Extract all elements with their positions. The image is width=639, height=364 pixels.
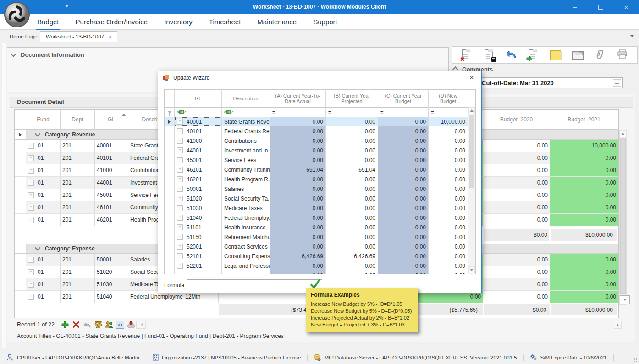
- cell-b2020[interactable]: 0.00: [483, 254, 550, 266]
- cell-gl[interactable]: +50001: [175, 184, 222, 194]
- row-indicator[interactable]: [165, 242, 175, 251]
- cell-description[interactable]: Social Security Ta...: [222, 194, 270, 203]
- wizard-column-header[interactable]: (D) New Budget: [429, 90, 468, 107]
- menu-item-purchase-order-invoice[interactable]: Purchase Order/Invoice: [75, 15, 149, 28]
- column-header-dept[interactable]: Dept: [61, 110, 95, 129]
- cell-gl[interactable]: +51040: [175, 213, 222, 223]
- column-header-gl[interactable]: GL: [95, 110, 128, 129]
- cell-projected[interactable]: 0.00: [326, 174, 378, 184]
- expand-icon[interactable]: +: [177, 196, 183, 201]
- cell-new-budget[interactable]: 0.00: [429, 232, 468, 242]
- cell-current-budget[interactable]: 0.00: [378, 242, 429, 251]
- import-icon[interactable]: [127, 321, 135, 329]
- cell-description[interactable]: Retirement Matchi...: [222, 232, 270, 242]
- cell-current-budget[interactable]: 0.00: [378, 165, 429, 174]
- cell-ytd-actual[interactable]: 0.00: [270, 126, 326, 136]
- cell-b2021[interactable]: 10,000.00: [550, 140, 618, 152]
- record-prev-icon[interactable]: [138, 321, 146, 329]
- cell-description[interactable]: Legal and Professi...: [222, 261, 270, 271]
- cutoff-notes-button[interactable]: [613, 79, 621, 87]
- cell-new-budget[interactable]: 0.00: [429, 184, 468, 194]
- filter-numeric-cell[interactable]: =: [270, 107, 326, 117]
- tab-close-icon[interactable]: ×: [109, 34, 111, 39]
- update-wizard-titlebar[interactable]: Update Wizard: [158, 71, 481, 85]
- cell-fund[interactable]: +01: [26, 266, 61, 278]
- cell-projected[interactable]: 0.00: [326, 271, 378, 274]
- row-indicator[interactable]: [165, 213, 175, 223]
- cell-fund[interactable]: +01: [26, 278, 61, 290]
- cell-new-budget[interactable]: 0.00: [429, 242, 468, 251]
- cell-gl[interactable]: 46201: [95, 214, 128, 226]
- cell-b2020[interactable]: 0.00: [483, 164, 550, 176]
- expand-icon[interactable]: +: [177, 186, 183, 192]
- cell-dept[interactable]: 201: [61, 266, 95, 278]
- cell-current-budget[interactable]: 0.00: [378, 155, 429, 165]
- expand-icon[interactable]: +: [177, 128, 183, 134]
- cell-projected[interactable]: 0.00: [326, 126, 378, 136]
- row-indicator[interactable]: [15, 254, 26, 266]
- cell-gl[interactable]: +52201: [175, 261, 222, 271]
- cell-new-budget[interactable]: 0.00: [429, 155, 468, 165]
- expand-icon[interactable]: +: [28, 217, 34, 223]
- vscroll-thumb[interactable]: [469, 115, 474, 188]
- cell-gl[interactable]: +51101: [175, 223, 222, 232]
- cell-description[interactable]: Contract Services: [222, 242, 270, 251]
- collapsed-nav-splitter[interactable]: [2, 43, 6, 348]
- app-menu-caret-icon[interactable]: [65, 5, 69, 7]
- wizard-column-header[interactable]: GL: [175, 90, 222, 107]
- cell-ytd-actual[interactable]: 0.00: [270, 194, 326, 203]
- cell-gl[interactable]: +51030: [175, 203, 222, 213]
- cell-projected[interactable]: 0.00: [326, 194, 378, 203]
- cell-b2021[interactable]: 0.00: [550, 214, 618, 226]
- app-logo-icon[interactable]: [4, 1, 30, 28]
- cell-new-budget[interactable]: 0.00: [429, 194, 468, 203]
- filter-numeric-cell[interactable]: =: [326, 107, 378, 117]
- cell-dept[interactable]: 201: [61, 254, 95, 266]
- cell-gl[interactable]: 40001: [95, 140, 128, 152]
- add-icon[interactable]: [61, 321, 69, 329]
- filter-text-cell[interactable]: aBc: [175, 107, 222, 117]
- year-cutoff-field[interactable]: Year Cut-off-Date: Mar 31 2020: [459, 77, 623, 88]
- expand-icon[interactable]: +: [177, 234, 183, 240]
- cell-dept[interactable]: 201: [61, 278, 95, 290]
- cell-b2021[interactable]: 0.00: [550, 254, 618, 266]
- expand-icon[interactable]: +: [28, 257, 34, 263]
- cell-gl[interactable]: 51030: [95, 278, 128, 290]
- cell-projected[interactable]: 0.00: [326, 155, 378, 165]
- expand-icon[interactable]: +: [177, 215, 183, 221]
- cell-b2020[interactable]: 0.00: [483, 201, 550, 213]
- attachment-icon[interactable]: [594, 49, 606, 61]
- filter-text-cell[interactable]: aBc: [222, 107, 270, 117]
- tab-list-caret-icon[interactable]: [630, 35, 634, 37]
- row-indicator[interactable]: [165, 174, 175, 184]
- cell-projected[interactable]: 0.00: [326, 223, 378, 232]
- row-indicator[interactable]: [165, 165, 175, 174]
- row-indicator[interactable]: [165, 155, 175, 165]
- cell-projected[interactable]: 0.00: [326, 203, 378, 213]
- row-indicator[interactable]: [15, 152, 26, 164]
- menu-item-inventory[interactable]: Inventory: [163, 15, 193, 28]
- cell-description[interactable]: Service Fees: [222, 155, 270, 165]
- cell-current-budget[interactable]: 0.00: [378, 194, 429, 203]
- cell-current-budget[interactable]: 0.00: [378, 261, 429, 271]
- cell-dept[interactable]: 201: [61, 164, 95, 176]
- cell-current-budget[interactable]: 0.00: [378, 203, 429, 213]
- cell-dept[interactable]: 201: [61, 201, 95, 213]
- row-indicator[interactable]: [15, 164, 26, 176]
- cell-b2021[interactable]: 0.00: [550, 189, 618, 201]
- cell-ytd-actual[interactable]: 0.00: [270, 223, 326, 232]
- filter-numeric-cell[interactable]: =: [429, 107, 468, 117]
- cell-new-budget[interactable]: 0.00: [429, 136, 468, 146]
- cell-projected[interactable]: 0.00: [326, 261, 378, 271]
- users-icon[interactable]: [105, 321, 113, 329]
- row-indicator[interactable]: [165, 271, 175, 274]
- cell-gl[interactable]: 40101: [95, 152, 128, 164]
- column-header-b2020[interactable]: Budget 2020: [483, 110, 550, 129]
- resize-grip[interactable]: [632, 357, 637, 362]
- row-indicator[interactable]: [15, 278, 26, 290]
- cell-projected[interactable]: 0.00: [326, 232, 378, 242]
- cell-description[interactable]: Contributions: [222, 136, 270, 146]
- expand-icon[interactable]: +: [177, 138, 183, 144]
- cell-projected[interactable]: 651.04: [326, 165, 378, 174]
- cell-description[interactable]: Health Program R...: [222, 174, 270, 184]
